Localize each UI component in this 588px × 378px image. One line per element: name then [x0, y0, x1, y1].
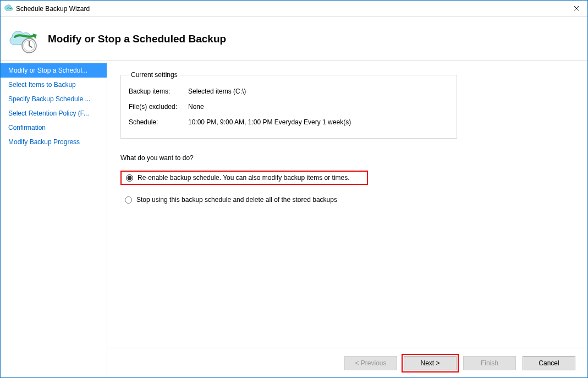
sidebar-item-retention-policy[interactable]: Select Retention Policy (F... [1, 106, 107, 120]
option-stop-radio[interactable] [125, 196, 132, 204]
app-icon [4, 4, 13, 13]
wizard-steps-sidebar: Modify or Stop a Schedul... Select Items… [1, 61, 107, 377]
schedule-value: 10:00 PM, 9:00 AM, 1:00 PM Everyday Ever… [188, 118, 449, 126]
option-stop-schedule[interactable]: Stop using this backup schedule and dele… [120, 194, 574, 206]
sidebar-item-modify-progress[interactable]: Modify Backup Progress [1, 135, 107, 149]
sidebar-item-select-items[interactable]: Select Items to Backup [1, 78, 107, 92]
sidebar-item-modify-or-stop[interactable]: Modify or Stop a Schedul... [1, 63, 107, 78]
files-excluded-label: File(s) excluded: [129, 103, 188, 111]
cancel-button[interactable]: Cancel [523, 356, 575, 370]
page-title: Modify or Stop a Scheduled Backup [48, 33, 226, 45]
previous-button: < Previous [344, 356, 397, 370]
titlebar: Schedule Backup Wizard [1, 1, 587, 17]
question-prompt: What do you want to do? [120, 154, 574, 162]
backup-items-value: Selected items (C:\) [188, 87, 449, 95]
backup-items-label: Backup items: [129, 87, 188, 95]
option-reenable-radio[interactable] [126, 174, 133, 182]
next-button[interactable]: Next > [404, 356, 457, 370]
finish-button: Finish [463, 356, 516, 370]
main-content: Current settings Backup items: Selected … [107, 61, 587, 348]
files-excluded-value: None [188, 103, 449, 111]
wizard-footer: < Previous Next > Finish Cancel [107, 348, 587, 377]
close-button[interactable] [565, 0, 587, 17]
sidebar-item-specify-schedule[interactable]: Specify Backup Schedule ... [1, 92, 107, 106]
current-settings-legend: Current settings [129, 71, 180, 79]
header-panel: Modify or Stop a Scheduled Backup [1, 17, 587, 61]
option-reenable-schedule[interactable]: Re-enable backup schedule. You can also … [120, 171, 368, 185]
window-title: Schedule Backup Wizard [16, 5, 90, 13]
backup-wizard-icon [7, 24, 40, 54]
option-stop-label: Stop using this backup schedule and dele… [136, 196, 337, 204]
option-reenable-label: Re-enable backup schedule. You can also … [138, 174, 350, 182]
schedule-label: Schedule: [129, 118, 188, 126]
current-settings-group: Current settings Backup items: Selected … [120, 71, 457, 139]
sidebar-item-confirmation[interactable]: Confirmation [1, 120, 107, 135]
